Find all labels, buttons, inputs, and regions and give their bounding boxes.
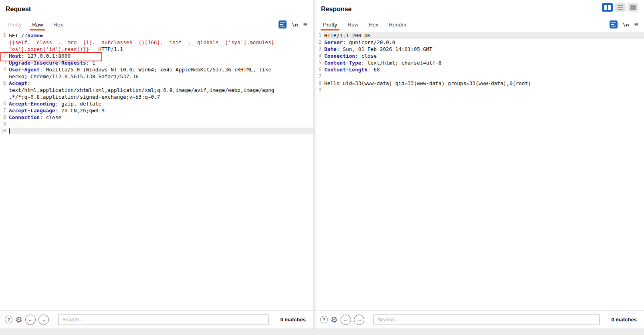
line-content: Server: gunicorn/20.0.0 xyxy=(324,39,644,46)
request-tab-raw[interactable]: Raw xyxy=(27,18,48,30)
line-number: 1 xyxy=(315,32,324,39)
editor-line[interactable]: 4User-Agent: Mozilla/5.0 (Windows NT 10.… xyxy=(0,66,313,80)
line-content: Content-Type: text/html; charset=utf-8 xyxy=(324,59,644,66)
line-content: Accept: text/html,application/xhtml+xml,… xyxy=(9,80,313,100)
request-editor-toolbar: \n ≡ xyxy=(279,18,310,30)
response-tab-pretty[interactable]: Pretty xyxy=(318,18,342,30)
editor-line[interactable]: 7Accept-Language: zh-CN,zh;q=0.9 xyxy=(0,107,313,114)
line-number: 4 xyxy=(0,66,9,80)
line-content xyxy=(324,73,644,80)
line-number: 9 xyxy=(0,121,9,128)
line-content: GET /?name= {{self.__class__.__mro__[1].… xyxy=(9,32,313,53)
request-search-bar: ? ⚙ ← → 0 matches xyxy=(0,310,313,329)
line-content xyxy=(9,121,313,128)
panels-container: Request Pretty Raw Hex \n ≡ 1GET /?name=… xyxy=(0,0,644,329)
editor-line[interactable]: 2Server: gunicorn/20.0.0 xyxy=(315,39,644,46)
response-search-bar: ? ⚙ ← → 0 matches xyxy=(315,310,644,329)
line-number: 8 xyxy=(315,80,324,87)
line-content: Connection: close xyxy=(324,53,644,59)
request-panel-title: Request xyxy=(6,6,31,13)
line-content: Hello uid=33(www-data) gid=33(www-data) … xyxy=(324,80,644,87)
response-panel-header: Response xyxy=(315,0,644,18)
request-search-input[interactable] xyxy=(58,315,269,325)
request-tab-hex[interactable]: Hex xyxy=(48,18,68,30)
settings-gear-icon[interactable]: ⚙ xyxy=(331,316,338,324)
line-content: User-Agent: Mozilla/5.0 (Windows NT 10.0… xyxy=(9,66,313,80)
line-content xyxy=(324,87,644,93)
syntax-highlight-icon[interactable] xyxy=(610,20,618,28)
response-panel: Response Pretty Raw Hex Render xyxy=(315,0,644,329)
response-tab-render[interactable]: Render xyxy=(384,18,412,30)
message-editor-window: Request Pretty Raw Hex \n ≡ 1GET /?name=… xyxy=(0,0,644,335)
layout-stacked-button[interactable] xyxy=(615,3,626,12)
response-tab-raw[interactable]: Raw xyxy=(342,18,363,30)
window-bottom-strip xyxy=(0,329,644,335)
line-content: Host: 127.0.0.1:8000 xyxy=(9,53,313,59)
request-panel-header: Request xyxy=(0,0,313,18)
syntax-highlight-icon[interactable] xyxy=(279,20,287,28)
next-match-button[interactable]: → xyxy=(38,315,49,325)
editor-line[interactable]: 8Hello uid=33(www-data) gid=33(www-data)… xyxy=(315,80,644,87)
response-match-count: 0 matches xyxy=(611,317,637,323)
editor-line[interactable]: 3Date: Sun, 01 Feb 2026 14:01:05 GMT xyxy=(315,46,644,53)
line-content: Accept-Language: zh-CN,zh;q=0.9 xyxy=(9,107,313,114)
line-content xyxy=(9,128,313,134)
help-icon[interactable]: ? xyxy=(320,316,328,323)
line-number: 6 xyxy=(315,66,324,73)
editor-line[interactable]: 6Content-Length: 68 xyxy=(315,66,644,73)
show-newlines-icon[interactable]: \n xyxy=(292,22,298,28)
response-tab-hex[interactable]: Hex xyxy=(363,18,384,30)
help-icon[interactable]: ? xyxy=(5,316,12,323)
editor-line[interactable]: 9 xyxy=(315,87,644,93)
line-content: Upgrade-Insecure-Requests: 1 xyxy=(9,59,313,66)
request-tab-pretty[interactable]: Pretty xyxy=(2,18,27,30)
line-number: 5 xyxy=(315,59,324,66)
editor-line[interactable]: 9 xyxy=(0,121,313,128)
previous-match-button[interactable]: ← xyxy=(25,315,36,325)
editor-line[interactable]: 3Upgrade-Insecure-Requests: 1 xyxy=(0,59,313,66)
layout-single-button[interactable] xyxy=(628,3,638,12)
line-number: 10 xyxy=(0,128,9,134)
editor-menu-icon[interactable]: ≡ xyxy=(634,21,638,28)
response-search-input[interactable] xyxy=(373,315,600,325)
layout-switcher xyxy=(602,3,638,12)
editor-line[interactable]: 1HTTP/1.1 200 OK xyxy=(315,32,644,39)
next-match-button[interactable]: → xyxy=(354,315,364,325)
line-number: 5 xyxy=(0,80,9,100)
previous-match-button[interactable]: ← xyxy=(341,315,351,325)
line-number: 3 xyxy=(315,46,324,53)
line-number: 3 xyxy=(0,59,9,66)
line-number: 7 xyxy=(0,107,9,114)
editor-line[interactable]: 8Connection: close xyxy=(0,114,313,121)
response-editor-toolbar: \n ≡ xyxy=(610,18,641,30)
columns-icon xyxy=(604,5,607,10)
rows-icon xyxy=(618,5,623,10)
editor-line[interactable]: 5Content-Type: text/html; charset=utf-8 xyxy=(315,59,644,66)
request-tabbar: Pretty Raw Hex \n ≡ xyxy=(0,18,313,30)
editor-line[interactable]: 7 xyxy=(315,73,644,80)
text-cursor xyxy=(9,128,10,134)
line-number: 6 xyxy=(0,100,9,107)
response-editor[interactable]: 1HTTP/1.1 200 OK2Server: gunicorn/20.0.0… xyxy=(315,30,644,310)
single-pane-icon xyxy=(630,5,636,10)
line-number: 2 xyxy=(0,53,9,59)
line-number: 4 xyxy=(315,53,324,59)
editor-line[interactable]: 10 xyxy=(0,128,313,134)
settings-gear-icon[interactable]: ⚙ xyxy=(15,316,22,324)
editor-line[interactable]: 1GET /?name= {{self.__class__.__mro__[1]… xyxy=(0,32,313,53)
editor-menu-icon[interactable]: ≡ xyxy=(303,21,307,28)
editor-line[interactable]: 2Host: 127.0.0.1:8000 xyxy=(0,53,313,59)
line-content: Accept-Encoding: gzip, deflate xyxy=(9,100,313,107)
editor-line[interactable]: 5Accept: text/html,application/xhtml+xml… xyxy=(0,80,313,100)
line-content: HTTP/1.1 200 OK xyxy=(324,32,644,39)
line-number: 8 xyxy=(0,114,9,121)
line-number: 1 xyxy=(0,32,9,53)
request-editor[interactable]: 1GET /?name= {{self.__class__.__mro__[1]… xyxy=(0,30,313,310)
editor-line[interactable]: 4Connection: close xyxy=(315,53,644,59)
editor-line[interactable]: 6Accept-Encoding: gzip, deflate xyxy=(0,100,313,107)
layout-side-by-side-button[interactable] xyxy=(602,3,613,12)
response-tabbar: Pretty Raw Hex Render \n ≡ xyxy=(315,18,644,30)
show-newlines-icon[interactable]: \n xyxy=(623,22,629,28)
request-match-count: 0 matches xyxy=(280,317,306,323)
request-panel: Request Pretty Raw Hex \n ≡ 1GET /?name=… xyxy=(0,0,313,329)
